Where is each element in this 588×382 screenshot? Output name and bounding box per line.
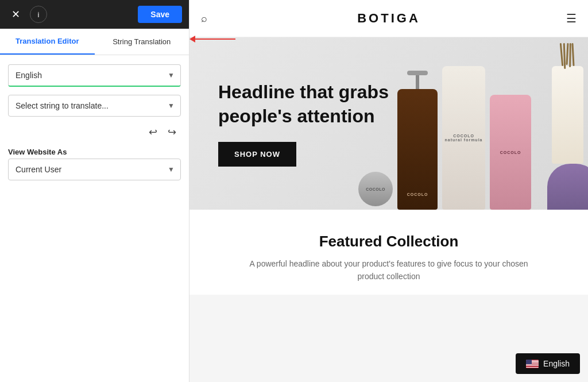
undo-button[interactable]: ↩ [146, 125, 160, 140]
language-select-wrapper: English French Spanish German ▼ [8, 64, 181, 87]
red-arrow-head [189, 36, 195, 43]
panel-body: English French Spanish German ▼ Select s… [0, 55, 189, 190]
site-content: Headline that grabs people's attention S… [189, 37, 588, 382]
featured-title: Featured Collection [201, 233, 577, 250]
tab-bar: Translation Editor String Translation [0, 29, 189, 55]
site-header: ⌕ BOTIGA ☰ [189, 0, 588, 37]
featured-section: Featured Collection A powerful headline … [189, 210, 588, 295]
hero-headline: Headline that grabs people's attention [218, 80, 402, 128]
user-select[interactable]: Current User Guest Admin [9, 159, 180, 180]
left-panel: ✕ i Save Translation Editor String Trans… [0, 0, 189, 382]
hero-section: Headline that grabs people's attention S… [189, 37, 588, 210]
search-icon[interactable]: ⌕ [201, 13, 207, 25]
top-bar: ✕ i Save [0, 0, 189, 29]
english-language-button[interactable]: English [516, 353, 580, 374]
save-button[interactable]: Save [138, 6, 182, 23]
language-select[interactable]: English French Spanish German [9, 65, 180, 86]
hero-text: Headline that grabs people's attention S… [218, 80, 402, 167]
product-label-3: COCOLOnatural formula [445, 134, 483, 142]
product-label-4: COCOLO [500, 151, 521, 155]
tab-translation-editor[interactable]: Translation Editor [0, 29, 95, 55]
string-select[interactable]: Select string to translate... [9, 95, 180, 116]
redo-button[interactable]: ↪ [165, 125, 179, 140]
string-select-wrapper: Select string to translate... ▼ [8, 95, 181, 117]
view-website-section: View Website As Current User Guest Admin… [8, 148, 181, 180]
info-button[interactable]: i [30, 6, 47, 23]
right-panel: ⌕ BOTIGA ☰ Headline that grabs people's … [189, 0, 588, 382]
hamburger-menu-icon[interactable]: ☰ [566, 11, 577, 25]
featured-subtitle: A powerful headline about your product's… [245, 257, 532, 283]
red-arrow-line [195, 38, 235, 40]
us-flag-icon [526, 360, 539, 368]
product-label-1: COCOLO [366, 187, 385, 191]
close-button[interactable]: ✕ [7, 6, 24, 23]
user-select-wrapper: Current User Guest Admin ▼ [8, 159, 181, 180]
view-website-label: View Website As [8, 148, 181, 156]
product-label-2: COCOLO [407, 192, 428, 196]
shop-now-button[interactable]: SHOP NOW [218, 142, 296, 167]
undo-redo-group: ↩ ↪ [8, 125, 181, 140]
site-logo: BOTIGA [357, 11, 420, 26]
english-label: English [543, 359, 570, 368]
tab-string-translation[interactable]: String Translation [95, 29, 189, 55]
red-arrow-indicator [189, 36, 235, 43]
